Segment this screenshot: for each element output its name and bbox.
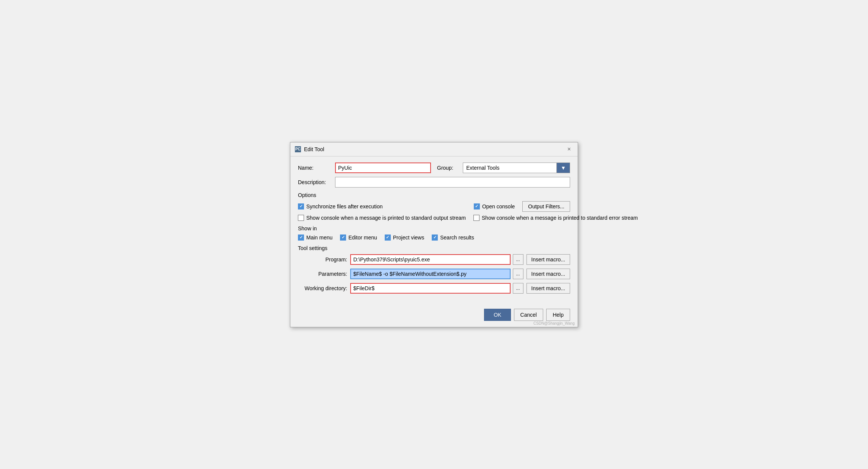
- show-console-stdout-checkbox[interactable]: [298, 215, 304, 221]
- tool-settings-section: Tool settings Program: ... Insert macro.…: [298, 245, 570, 294]
- program-input[interactable]: [350, 254, 511, 265]
- options-row1: Synchronize files after execution Open c…: [298, 201, 570, 212]
- sync-files-label: Synchronize files after execution: [306, 203, 383, 209]
- description-row: Description:: [298, 177, 570, 188]
- working-dir-macro-button[interactable]: Insert macro...: [526, 283, 570, 294]
- watermark: CSDN@Shangjin_Wang: [533, 321, 575, 325]
- main-menu-item: Main menu: [298, 234, 332, 241]
- working-dir-field: Working directory: ... Insert macro...: [298, 283, 570, 294]
- parameters-dots-button[interactable]: ...: [513, 269, 523, 279]
- show-console-stderr-checkbox[interactable]: [473, 215, 479, 221]
- program-input-wrapper: ...: [350, 254, 523, 265]
- group-select-wrapper: External Tools ▼: [463, 163, 570, 173]
- group-dropdown-button[interactable]: ▼: [556, 163, 570, 173]
- program-field: Program: ... Insert macro...: [298, 254, 570, 265]
- title-bar-left: PC Edit Tool: [295, 146, 324, 152]
- open-console-checkbox[interactable]: [474, 203, 480, 209]
- project-views-checkbox[interactable]: [385, 234, 391, 241]
- program-dots-button[interactable]: ...: [513, 254, 523, 265]
- project-views-label: Project views: [393, 234, 424, 241]
- editor-menu-item: Editor menu: [340, 234, 377, 241]
- group-select-text: External Tools: [463, 163, 556, 173]
- working-dir-input[interactable]: [350, 283, 511, 294]
- editor-menu-label: Editor menu: [348, 234, 377, 241]
- main-menu-checkbox[interactable]: [298, 234, 304, 241]
- program-macro-button[interactable]: Insert macro...: [526, 254, 570, 265]
- description-label: Description:: [298, 179, 332, 185]
- show-console-stderr-label: Show console when a message is printed t…: [482, 215, 638, 221]
- parameters-input-wrapper: ...: [350, 269, 523, 279]
- options-left: Synchronize files after execution: [298, 203, 383, 209]
- show-console-stdout-item: Show console when a message is printed t…: [298, 215, 466, 221]
- cancel-button[interactable]: Cancel: [514, 309, 544, 321]
- ok-button[interactable]: OK: [484, 309, 511, 321]
- dialog-title: Edit Tool: [304, 146, 324, 152]
- sync-files-item: Synchronize files after execution: [298, 203, 383, 209]
- console-stream-row: Show console when a message is printed t…: [298, 215, 570, 221]
- show-in-title: Show in: [298, 225, 570, 231]
- open-console-label: Open console: [482, 203, 515, 209]
- show-console-stdout-label: Show console when a message is printed t…: [306, 215, 466, 221]
- group-part: Group: External Tools ▼: [437, 163, 570, 173]
- program-label: Program:: [298, 256, 347, 263]
- working-dir-label: Working directory:: [298, 285, 347, 291]
- dialog-content: Name: Group: External Tools ▼ Descriptio…: [290, 156, 578, 304]
- search-results-item: Search results: [432, 234, 474, 241]
- show-in-row: Main menu Editor menu Project views Sear…: [298, 234, 570, 241]
- project-views-item: Project views: [385, 234, 424, 241]
- open-console-item: Open console: [474, 203, 515, 209]
- options-title: Options: [298, 192, 570, 198]
- working-dir-input-wrapper: ...: [350, 283, 523, 294]
- app-icon: PC: [295, 146, 301, 152]
- name-label: Name:: [298, 165, 332, 171]
- help-button[interactable]: Help: [546, 309, 570, 321]
- description-input[interactable]: [335, 177, 570, 188]
- title-bar: PC Edit Tool ×: [290, 142, 578, 156]
- parameters-input[interactable]: [350, 269, 511, 279]
- edit-tool-dialog: PC Edit Tool × Name: Group: External Too…: [290, 142, 578, 327]
- editor-menu-checkbox[interactable]: [340, 234, 346, 241]
- tool-settings-title: Tool settings: [298, 245, 570, 251]
- name-input[interactable]: [335, 163, 431, 173]
- parameters-macro-button[interactable]: Insert macro...: [526, 269, 570, 279]
- search-results-checkbox[interactable]: [432, 234, 438, 241]
- working-dir-dots-button[interactable]: ...: [513, 283, 523, 294]
- parameters-label: Parameters:: [298, 271, 347, 277]
- group-label: Group:: [437, 165, 460, 171]
- main-menu-label: Main menu: [306, 234, 332, 241]
- sync-files-checkbox[interactable]: [298, 203, 304, 209]
- options-right-group: Open console Output Filters...: [474, 201, 570, 212]
- output-filters-button[interactable]: Output Filters...: [522, 201, 570, 212]
- close-button[interactable]: ×: [565, 145, 573, 153]
- options-section: Options Synchronize files after executio…: [298, 192, 570, 221]
- parameters-field: Parameters: ... Insert macro...: [298, 269, 570, 279]
- name-part: Name:: [298, 163, 431, 173]
- search-results-label: Search results: [440, 234, 474, 241]
- show-in-section: Show in Main menu Editor menu Project vi…: [298, 225, 570, 241]
- name-group-row: Name: Group: External Tools ▼: [298, 163, 570, 173]
- show-console-stderr-item: Show console when a message is printed t…: [473, 215, 638, 221]
